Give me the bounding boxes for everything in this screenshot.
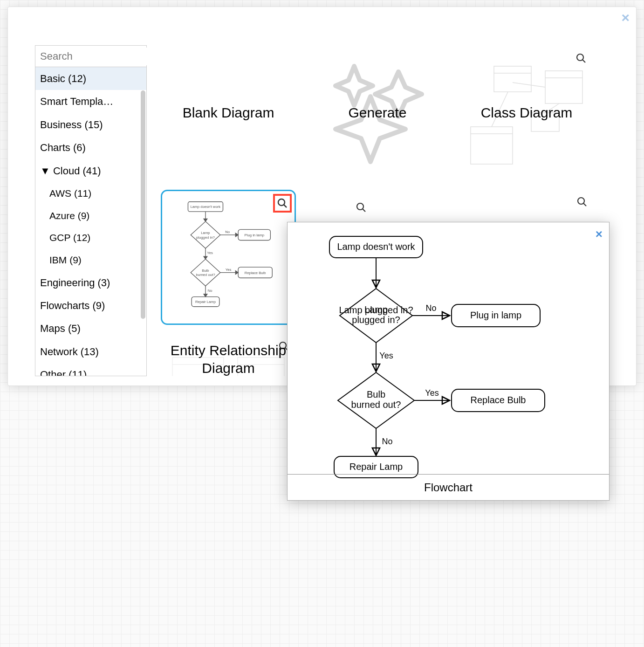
category-item[interactable]: Smart Templa… — [35, 90, 146, 113]
flowchart-preview: Lamp doesn't work Lamp plugged in? Lamp … — [288, 227, 610, 479]
svg-point-14 — [278, 199, 285, 206]
svg-text:Plug in lamp: Plug in lamp — [245, 233, 264, 237]
category-item[interactable]: Business (15) — [35, 113, 146, 136]
preview-popup: × — [287, 222, 610, 501]
svg-rect-8 — [471, 127, 513, 164]
svg-text:Bulb: Bulb — [202, 268, 209, 273]
template-tile-generate[interactable]: Generate — [310, 45, 445, 180]
svg-text:Yes: Yes — [379, 351, 393, 360]
category-item[interactable]: Basic (12) — [35, 67, 146, 90]
svg-line-45 — [583, 203, 586, 206]
svg-text:Lamp: Lamp — [364, 304, 388, 315]
svg-text:Lamp: Lamp — [201, 231, 210, 235]
svg-line-43 — [363, 209, 365, 212]
template-tile-partial[interactable] — [459, 190, 594, 218]
category-item[interactable]: Network (13) — [35, 340, 146, 363]
category-item[interactable]: Charts (6) — [35, 136, 146, 159]
category-item[interactable]: Maps (5) — [35, 317, 146, 340]
search-row — [35, 46, 146, 67]
svg-text:Yes: Yes — [207, 251, 213, 255]
svg-text:plugged in?: plugged in? — [196, 235, 215, 240]
svg-text:Lamp doesn't work: Lamp doesn't work — [191, 205, 220, 209]
svg-text:Repair Lamp: Repair Lamp — [195, 300, 216, 304]
svg-point-44 — [578, 198, 584, 204]
svg-marker-28 — [204, 294, 207, 297]
category-item[interactable]: AWS (11) — [35, 182, 146, 205]
svg-text:Replace Bulb: Replace Bulb — [471, 395, 526, 405]
category-item[interactable]: ▼ Cloud (41) — [35, 159, 146, 182]
category-list: Basic (12) Smart Templa… Business (15) C… — [35, 67, 146, 376]
svg-text:No: No — [208, 289, 212, 293]
template-tile-erd[interactable]: Entity Relationship Diagram — [161, 334, 296, 376]
preview-body: Lamp doesn't work Lamp plugged in? Lamp … — [288, 227, 609, 474]
category-item[interactable]: IBM (9) — [35, 249, 146, 271]
tile-label: Generate — [340, 104, 415, 122]
category-item[interactable]: Other (11) — [35, 363, 146, 376]
svg-text:Bulb: Bulb — [367, 389, 385, 399]
flowchart-thumb: Lamp doesn't work Lamp plugged in? No Pl… — [177, 199, 280, 316]
magnify-icon[interactable] — [352, 198, 370, 217]
svg-text:No: No — [382, 437, 392, 446]
svg-text:Lamp doesn't work: Lamp doesn't work — [337, 241, 415, 252]
svg-text:Yes: Yes — [425, 388, 438, 398]
svg-text:Yes: Yes — [226, 268, 232, 272]
category-item[interactable]: Flowcharts (9) — [35, 294, 146, 317]
svg-marker-20 — [235, 233, 238, 237]
magnify-icon[interactable] — [273, 194, 292, 213]
svg-text:burned out?: burned out? — [196, 273, 215, 277]
svg-marker-25 — [235, 271, 238, 275]
category-sidebar: Basic (12) Smart Templa… Business (15) C… — [35, 45, 147, 376]
svg-text:No: No — [225, 230, 230, 234]
magnify-icon[interactable] — [573, 193, 591, 211]
template-tile-partial[interactable] — [310, 190, 445, 218]
template-tile-blank[interactable]: Blank Diagram — [161, 45, 296, 180]
svg-text:Plug in lamp: Plug in lamp — [470, 310, 521, 320]
svg-text:plugged in?: plugged in? — [352, 315, 400, 325]
template-tile-flowchart[interactable]: Lamp doesn't work Lamp plugged in? No Pl… — [161, 190, 296, 325]
svg-text:Replace Bulb: Replace Bulb — [245, 271, 266, 275]
template-tile-class-diagram[interactable]: Class Diagram — [459, 45, 594, 180]
preview-title: Flowchart — [288, 474, 609, 500]
tile-label: Blank Diagram — [174, 104, 283, 122]
category-item[interactable]: GCP (12) — [35, 227, 146, 249]
tile-label: Entity Relationship Diagram — [161, 342, 296, 376]
category-item[interactable]: Azure (9) — [35, 205, 146, 227]
svg-point-42 — [357, 203, 363, 210]
close-icon[interactable]: × — [621, 11, 630, 25]
svg-text:burned out?: burned out? — [351, 399, 401, 410]
svg-rect-6 — [545, 71, 582, 103]
category-item[interactable]: Engineering (3) — [35, 271, 146, 294]
svg-line-15 — [284, 205, 287, 207]
svg-rect-4 — [494, 66, 531, 92]
svg-line-11 — [513, 83, 545, 87]
tile-label: Class Diagram — [473, 104, 581, 122]
sidebar-scrollbar[interactable] — [141, 90, 145, 319]
svg-text:Repair Lamp: Repair Lamp — [349, 461, 403, 472]
svg-text:No: No — [425, 303, 436, 313]
